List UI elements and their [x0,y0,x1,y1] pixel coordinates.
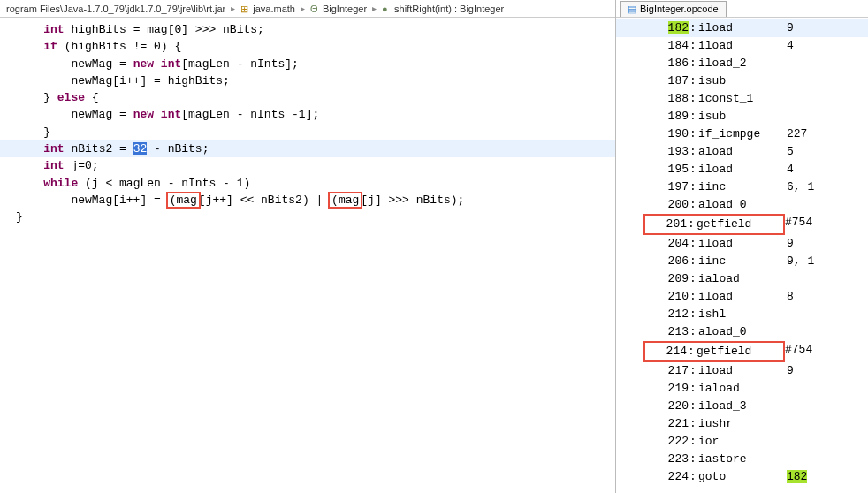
opcode-arg [787,270,831,288]
opcode-offset: 210 [647,288,689,306]
opcode-arg: #754 [785,214,829,235]
breadcrumb-class[interactable]: BigInteger [320,4,369,14]
opcode-arg [787,55,831,72]
opcode-offset: 195 [647,161,689,178]
opcode-offset: 184 [647,37,689,55]
breadcrumb-path[interactable]: rogram Files\Java-1.7.0_79\jdk1.7.0_79\j… [4,4,228,14]
opcode-arg [787,415,831,433]
opcode-row[interactable]: 189: isub [616,108,868,125]
opcode-row[interactable]: 221: iushr [616,415,868,433]
opcode-instr: iload [698,362,787,380]
opcode-offset: 209 [647,270,689,288]
opcode-row[interactable]: 190: if_icmpge227 [616,125,868,143]
opcode-instr: iload [698,235,787,253]
opcode-offset: 189 [647,108,689,125]
opcode-arg [787,323,831,341]
opcode-row[interactable]: 224: goto182 [616,468,868,486]
opcode-row[interactable]: 214: getfield#754 [616,341,868,362]
opcode-row[interactable]: 187: isub [616,72,868,90]
opcode-instr: aload_0 [698,323,787,341]
opcode-listing[interactable]: 182: iload9 184: iload4 186: iload_2 187… [616,18,868,493]
opcode-instr: if_icmpge [698,125,787,143]
chevron-right-icon: ▸ [369,4,379,13]
opcode-row[interactable]: 197: iinc6, 1 [616,178,868,196]
opcode-offset: 201 [643,214,688,235]
source-panel: rogram Files\Java-1.7.0_79\jdk1.7.0_79\j… [0,0,616,493]
opcode-offset: 190 [647,125,689,143]
split-container: rogram Files\Java-1.7.0_79\jdk1.7.0_79\j… [0,0,868,493]
opcode-row[interactable]: 219: iaload [616,380,868,398]
opcode-arg: 227 [787,125,831,143]
opcode-offset: 197 [647,178,689,196]
opcode-row[interactable]: 201: getfield#754 [616,214,868,235]
highlighted-line[interactable]: int nBits2 = 32 - nBits; [0,140,615,157]
opcode-row[interactable]: 204: iload9 [616,235,868,253]
opcode-offset: 200 [647,196,689,214]
chevron-right-icon: ▸ [298,4,308,13]
opcode-offset: 214 [643,341,688,362]
opcode-row[interactable]: 220: iload_3 [616,398,868,415]
breadcrumb-method[interactable]: shiftRight(int) : BigInteger [392,4,506,14]
selected-text[interactable]: 32 [133,142,148,155]
opcode-panel: ▤ BigInteger.opcode 182: iload9 184: ilo… [616,0,868,493]
opcode-arg: 182 [787,468,831,486]
opcode-arg [787,90,831,108]
opcode-arg [787,72,831,90]
opcode-offset: 222 [647,433,689,451]
opcode-instr: goto [698,468,787,486]
opcode-instr: ior [698,433,787,451]
opcode-arg [787,433,831,451]
opcode-arg: 9 [787,235,831,253]
opcode-arg: #754 [785,341,829,362]
opcode-arg: 5 [787,143,831,161]
opcode-row[interactable]: 200: aload_0 [616,196,868,214]
opcode-row[interactable]: 209: iaload [616,270,868,288]
opcode-offset: 204 [647,235,689,253]
opcode-row[interactable]: 182: iload9 [616,19,868,37]
opcode-offset: 212 [647,306,689,323]
opcode-arg: 9, 1 [787,253,831,270]
breadcrumb[interactable]: rogram Files\Java-1.7.0_79\jdk1.7.0_79\j… [0,0,615,18]
file-icon: ▤ [628,4,638,14]
opcode-row[interactable]: 195: iload4 [616,161,868,178]
opcode-arg [787,108,831,125]
opcode-offset: 221 [647,415,689,433]
class-icon: Θ [308,4,318,14]
opcode-row[interactable]: 217: iload9 [616,362,868,380]
opcode-row[interactable]: 186: iload_2 [616,55,868,72]
highlight-box-mag2: (mag [328,192,362,209]
breadcrumb-package[interactable]: java.math [250,4,298,14]
opcode-row[interactable]: 213: aload_0 [616,323,868,341]
opcode-row[interactable]: 222: ior [616,433,868,451]
opcode-row[interactable]: 223: iastore [616,451,868,468]
opcode-instr: aload_0 [698,196,787,214]
opcode-row[interactable]: 212: ishl [616,306,868,323]
opcode-arg: 8 [787,288,831,306]
opcode-instr: iinc [698,253,787,270]
opcode-instr: iload [698,288,787,306]
tab-opcode[interactable]: ▤ BigInteger.opcode [620,1,727,17]
opcode-offset: 217 [647,362,689,380]
opcode-row[interactable]: 206: iinc9, 1 [616,253,868,270]
opcode-row[interactable]: 184: iload4 [616,37,868,55]
opcode-instr: iconst_1 [698,90,787,108]
opcode-offset: 193 [647,143,689,161]
opcode-row[interactable]: 193: aload5 [616,143,868,161]
opcode-instr: iastore [698,451,787,468]
code-editor[interactable]: int highBits = mag[0] >>> nBits; if (hig… [0,18,615,493]
opcode-instr: iload [698,19,787,37]
opcode-arg: 4 [787,37,831,55]
opcode-row[interactable]: 188: iconst_1 [616,90,868,108]
opcode-arg [787,398,831,415]
opcode-offset: 182 [647,19,689,37]
opcode-instr: iaload [698,270,787,288]
opcode-instr: getfield [697,341,785,362]
opcode-instr: iload_2 [698,55,787,72]
opcode-instr: isub [698,72,787,90]
opcode-offset: 223 [647,451,689,468]
opcode-row[interactable]: 210: iload8 [616,288,868,306]
opcode-instr: iaload [698,380,787,398]
opcode-instr: iload_3 [698,398,787,415]
method-icon: ● [379,4,390,14]
opcode-arg [787,451,831,468]
